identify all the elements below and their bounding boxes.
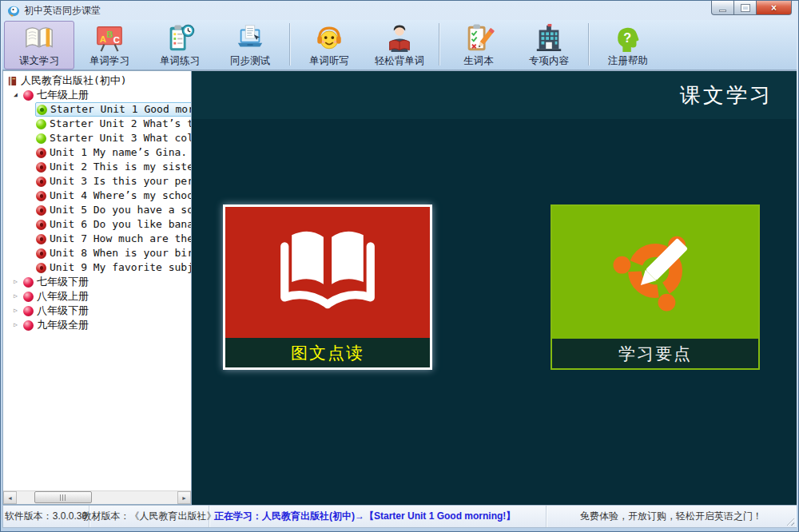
tree-horizontal-scrollbar[interactable]: ◄ ► [3, 490, 191, 504]
course-tree-panel: 人民教育出版社(初中)◢七年级上册Starter Unit 1 Good mor… [2, 70, 192, 505]
toolbar-item-label: 生词本 [463, 54, 494, 68]
toolbar-item-label: 注册帮助 [608, 54, 648, 68]
collapse-toggle-icon[interactable]: ◢ [14, 88, 22, 102]
tree-item-label: Unit 7 How much are the [50, 232, 191, 246]
close-button[interactable]: × [756, 1, 792, 15]
main-body: 图文点读学习要点 [192, 119, 797, 505]
picture-reading-label: 图文点读 [225, 338, 430, 367]
tree-item-label: 八年级上册 [37, 289, 89, 304]
minimize-button[interactable] [711, 1, 734, 15]
content-area: 人民教育出版社(初中)◢七年级上册Starter Unit 1 Good mor… [2, 70, 797, 505]
tree-item[interactable]: ▷九年级全册 [3, 318, 191, 332]
study-points-label: 学习要点 [552, 339, 758, 368]
expand-toggle-icon[interactable]: ▷ [14, 275, 22, 289]
tree-item-label: 八年级下册 [37, 304, 89, 318]
tree-item[interactable]: Starter Unit 1 Good mor [3, 102, 191, 117]
picture-reading-image [225, 207, 430, 338]
picture-reading-card[interactable]: 图文点读 [223, 204, 432, 370]
toolbar-item-new-word-book[interactable]: 生词本 [443, 21, 514, 69]
tree-item[interactable]: Starter Unit 2 What’s t [3, 117, 191, 131]
ball-red-icon [23, 90, 34, 101]
main-panel: 课文学习 图文点读学习要点 [192, 70, 797, 505]
tree-item[interactable]: Unit 5 Do you have a so [3, 203, 191, 217]
toolbar-item-word-study[interactable]: ABC单词学习 [74, 21, 145, 69]
ball-lock-icon [36, 162, 46, 173]
svg-text:C: C [113, 35, 120, 45]
ball-lock-icon [36, 248, 46, 259]
maximize-button[interactable] [733, 1, 757, 15]
toolbar-item-label: 单词听写 [309, 54, 349, 68]
toolbar-item-word-dictation[interactable]: 单词听写 [294, 21, 364, 69]
software-version-label: 软件版本：3.0.0.30 [3, 506, 89, 527]
ball-lock-icon [36, 205, 46, 216]
toolbar-item-label: 单词练习 [160, 54, 200, 68]
tree-item-label: Starter Unit 2 What’s t [50, 117, 191, 131]
toolbar-item-easy-memorize[interactable]: 轻松背单词 [364, 21, 435, 69]
ball-green-icon [36, 119, 46, 129]
ball-lock-icon [36, 148, 46, 158]
tree-item-label: Unit 8 When is your bir [50, 246, 191, 260]
toolbar-item-word-practice[interactable]: 单词练习 [145, 21, 215, 69]
tree-item[interactable]: ▷八年级上册 [3, 289, 191, 304]
toolbar-item-text-study[interactable]: 课文学习 [4, 21, 74, 69]
tree-item-label: Unit 5 Do you have a so [50, 203, 191, 217]
tree-item-label: 七年级下册 [37, 275, 89, 289]
ball-red-icon [23, 320, 34, 331]
toolbar-item-special-content[interactable]: 专项内容 [514, 21, 584, 69]
tree-item-label: Unit 4 Where’s my schoo [50, 189, 191, 203]
study-points-card[interactable]: 学习要点 [551, 204, 760, 370]
tree-item[interactable]: Unit 9 My favorite subj [3, 260, 191, 275]
toolbar-divider [588, 23, 589, 66]
titlebar[interactable]: 初中英语同步课堂 × [2, 1, 797, 20]
app-window: 初中英语同步课堂 × 课文学习ABC单词学习单词练习同步测试单词听写轻松背单词生… [0, 0, 799, 532]
tree-item[interactable]: Unit 6 Do you like bana [3, 217, 191, 232]
tree-item[interactable]: Unit 7 How much are the [3, 232, 191, 246]
tree-item[interactable]: ▷七年级下册 [3, 275, 191, 289]
tree-item[interactable]: ▷八年级下册 [3, 304, 191, 318]
scrollbar-track[interactable] [17, 491, 177, 504]
headphone-smiley-icon [312, 23, 346, 54]
ball-green-sel-icon [37, 105, 47, 115]
notebook-pencil-icon [462, 23, 495, 54]
toolbar-item-label: 单词学习 [89, 54, 129, 68]
ubuntu-pencil-icon [604, 220, 706, 325]
reader-figure-icon [383, 23, 416, 54]
tree-item[interactable]: Unit 3 Is this your per [3, 174, 191, 189]
toolbar-item-label: 同步测试 [230, 54, 270, 68]
window-title: 初中英语同步课堂 [24, 4, 101, 18]
tree-item[interactable]: 人民教育出版社(初中) [3, 73, 191, 88]
app-logo-icon [7, 4, 20, 17]
tree-item[interactable]: Unit 8 When is your bir [3, 246, 191, 260]
toolbar-item-sync-test[interactable]: 同步测试 [215, 21, 285, 69]
tree-item-label: Starter Unit 1 Good mor [50, 102, 191, 117]
tree-item-label: 人民教育出版社(初中) [21, 73, 127, 88]
tree-item-label: Unit 6 Do you like bana [50, 217, 191, 232]
scroll-right-arrow-icon[interactable]: ► [177, 491, 191, 504]
svg-text:B: B [106, 30, 113, 39]
ball-lock-icon [36, 234, 46, 244]
statusbar: 软件版本：3.0.0.30 教材版本：《人民教育出版社》 正在学习：人民教育出版… [2, 505, 797, 528]
clipboard-clock-icon [163, 23, 197, 54]
tree-item[interactable]: ◢七年级上册 [3, 88, 191, 102]
tree-item-label: Unit 1 My name’s Gina. [50, 145, 187, 160]
toolbar-item-register-help[interactable]: ?注册帮助 [593, 21, 663, 69]
tree-item[interactable]: Unit 1 My name’s Gina. [3, 145, 191, 160]
expand-toggle-icon[interactable]: ▷ [14, 289, 22, 304]
tree-item[interactable]: Unit 2 This is my siste [3, 160, 191, 174]
expand-toggle-icon[interactable]: ▷ [14, 304, 22, 318]
page-title: 课文学习 [680, 81, 773, 109]
window-controls: × [712, 1, 792, 15]
scrollbar-thumb[interactable] [34, 491, 92, 503]
ball-red-icon [23, 277, 34, 288]
toolbar-divider [439, 23, 439, 66]
ball-lock-icon [36, 177, 46, 187]
expand-toggle-icon[interactable]: ▷ [14, 318, 22, 332]
tree-item[interactable]: Starter Unit 3 What col [3, 131, 191, 145]
open-book-icon [22, 23, 56, 54]
head-question-icon: ? [611, 23, 645, 54]
tree-item[interactable]: Unit 4 Where’s my schoo [3, 189, 191, 203]
ball-red-icon [23, 306, 34, 316]
blackboard-abc-icon: ABC [93, 23, 126, 54]
scroll-left-arrow-icon[interactable]: ◄ [3, 491, 17, 504]
ball-green-icon [36, 133, 46, 144]
